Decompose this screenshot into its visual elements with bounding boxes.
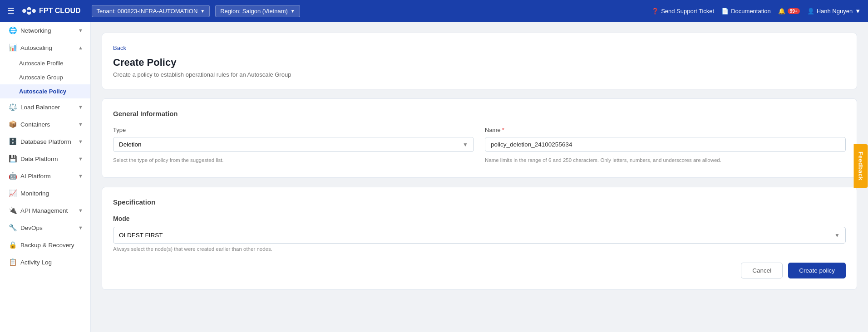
devops-chevron-icon: ▼ <box>78 225 83 230</box>
docs-icon: 📄 <box>721 8 729 15</box>
docs-label: Documentation <box>731 8 770 15</box>
support-label: Send Support Ticket <box>661 8 714 15</box>
mode-hint: Always select the node(s) that were crea… <box>113 246 846 252</box>
page-header-card: Back Create Policy Create a policy to es… <box>102 33 857 89</box>
containers-chevron-icon: ▼ <box>78 122 83 127</box>
topnav-right: ❓ Send Support Ticket 📄 Documentation 🔔 … <box>651 8 861 15</box>
app-layout: 🌐 Networking ▼ 📊 Autoscaling ▲ Autoscale… <box>0 22 868 332</box>
sidebar-item-monitoring[interactable]: 📈 Monitoring <box>0 185 90 202</box>
logo-icon <box>22 6 36 15</box>
type-label: Type <box>113 127 474 133</box>
logo-text: FPT CLOUD <box>39 7 81 15</box>
sidebar-item-activity-log[interactable]: 📋 Activity Log <box>0 254 90 271</box>
svg-point-4 <box>28 10 30 12</box>
type-select[interactable]: Deletion Scale Up Scale Down <box>113 137 473 151</box>
svg-point-0 <box>22 9 26 13</box>
mode-select[interactable]: OLDEST FIRST NEWEST FIRST RANDOM <box>113 227 845 243</box>
page-title: Create Policy <box>113 57 846 68</box>
general-info-title: General Information <box>113 110 846 117</box>
sidebar-item-backup-recovery-label: Backup & Recovery <box>20 242 83 249</box>
sidebar-item-api-management[interactable]: 🔌 API Management ▼ <box>0 202 90 219</box>
name-label: Name* <box>485 127 846 133</box>
type-select-wrapper: Deletion Scale Up Scale Down ▼ <box>113 137 474 152</box>
back-link[interactable]: Back <box>113 44 126 51</box>
user-label: Hanh Nguyen <box>817 8 853 15</box>
monitoring-icon: 📈 <box>9 189 17 197</box>
sidebar-item-networking-label: Networking <box>20 27 74 34</box>
name-input[interactable] <box>485 137 846 152</box>
sidebar-item-load-balancer-label: Load Balancer <box>20 104 74 111</box>
sidebar-item-database-platform-label: Database Platform <box>20 138 74 145</box>
cancel-button[interactable]: Cancel <box>741 263 783 278</box>
sidebar-item-autoscale-profile[interactable]: Autoscale Profile <box>0 56 90 70</box>
database-platform-icon: 🗄️ <box>9 137 17 146</box>
sidebar-item-data-platform[interactable]: 💾 Data Platform ▼ <box>0 150 90 167</box>
user-icon: 👤 <box>807 8 814 15</box>
feedback-tab[interactable]: Feedback <box>854 144 868 188</box>
user-menu[interactable]: 👤 Hanh Nguyen ▼ <box>807 8 861 15</box>
ai-platform-chevron-icon: ▼ <box>78 173 83 179</box>
sidebar-item-activity-log-label: Activity Log <box>20 259 83 266</box>
sidebar-item-containers-label: Containers <box>20 121 74 128</box>
form-actions: Cancel Create policy <box>113 263 846 278</box>
svg-point-2 <box>32 9 36 13</box>
sidebar-item-backup-recovery[interactable]: 🔒 Backup & Recovery <box>0 236 90 254</box>
sidebar-item-devops[interactable]: 🔧 DevOps ▼ <box>0 219 90 236</box>
page-subtitle: Create a policy to establish operational… <box>113 71 846 78</box>
support-link[interactable]: ❓ Send Support Ticket <box>651 8 714 15</box>
tenant-chevron-icon: ▼ <box>200 9 205 14</box>
database-platform-chevron-icon: ▼ <box>78 139 83 144</box>
create-policy-button[interactable]: Create policy <box>788 263 846 278</box>
region-dropdown[interactable]: Region: Saigon (Vietnam) ▼ <box>215 5 300 17</box>
autoscaling-icon: 📊 <box>9 44 17 52</box>
sidebar-item-containers[interactable]: 📦 Containers ▼ <box>0 116 90 133</box>
mode-select-wrapper: OLDEST FIRST NEWEST FIRST RANDOM ▼ <box>113 227 846 244</box>
logo: FPT CLOUD <box>22 6 81 15</box>
type-name-row: Type Deletion Scale Up Scale Down ▼ Sele… <box>113 127 846 163</box>
sidebar-item-autoscaling-label: Autoscaling <box>20 44 74 51</box>
sidebar-item-load-balancer[interactable]: ⚖️ Load Balancer ▼ <box>0 98 90 116</box>
sidebar-item-monitoring-label: Monitoring <box>20 190 83 197</box>
sidebar-item-autoscale-group[interactable]: Autoscale Group <box>0 70 90 84</box>
tenant-dropdown[interactable]: Tenant: 000823-INFRA-AUTOMATION ▼ <box>92 5 210 17</box>
containers-icon: 📦 <box>9 120 17 128</box>
support-icon: ❓ <box>651 8 659 15</box>
ai-platform-icon: 🤖 <box>9 172 17 180</box>
load-balancer-chevron-icon: ▼ <box>78 104 83 110</box>
activity-log-icon: 📋 <box>9 258 17 266</box>
devops-icon: 🔧 <box>9 224 17 232</box>
sidebar-item-autoscale-policy[interactable]: Autoscale Policy <box>0 84 90 98</box>
autoscale-policy-label: Autoscale Policy <box>19 88 66 95</box>
data-platform-icon: 💾 <box>9 155 17 163</box>
docs-link[interactable]: 📄 Documentation <box>721 8 770 15</box>
bell-icon: 🔔 <box>778 8 785 15</box>
load-balancer-icon: ⚖️ <box>9 103 17 111</box>
specification-card: Specification Mode OLDEST FIRST NEWEST F… <box>102 187 857 290</box>
region-chevron-icon: ▼ <box>291 9 295 14</box>
autoscaling-chevron-icon: ▲ <box>78 45 83 50</box>
sidebar-item-database-platform[interactable]: 🗄️ Database Platform ▼ <box>0 133 90 150</box>
user-chevron-icon: ▼ <box>855 8 861 15</box>
sidebar-item-autoscaling[interactable]: 📊 Autoscaling ▲ <box>0 39 90 56</box>
notification-badge: 99+ <box>788 8 800 14</box>
data-platform-chevron-icon: ▼ <box>78 156 83 161</box>
sidebar-item-networking[interactable]: 🌐 Networking ▼ <box>0 22 90 39</box>
autoscale-profile-label: Autoscale Profile <box>19 60 64 67</box>
mode-section: Mode OLDEST FIRST NEWEST FIRST RANDOM ▼ … <box>113 215 846 252</box>
type-hint: Select the type of policy from the sugge… <box>113 157 474 163</box>
specification-title: Specification <box>113 198 846 206</box>
api-management-chevron-icon: ▼ <box>78 208 83 213</box>
type-field-group: Type Deletion Scale Up Scale Down ▼ Sele… <box>113 127 474 163</box>
main-content: Back Create Policy Create a policy to es… <box>91 22 868 332</box>
sidebar-item-api-management-label: API Management <box>20 207 74 214</box>
networking-icon: 🌐 <box>9 26 17 34</box>
networking-chevron-icon: ▼ <box>78 28 83 33</box>
name-hint: Name limits in the range of 6 and 250 ch… <box>485 157 846 163</box>
notifications[interactable]: 🔔 99+ <box>778 8 800 15</box>
tenant-label: Tenant: 000823-INFRA-AUTOMATION <box>97 8 198 15</box>
menu-icon[interactable]: ☰ <box>7 6 15 16</box>
sidebar: 🌐 Networking ▼ 📊 Autoscaling ▲ Autoscale… <box>0 22 91 332</box>
sidebar-item-ai-platform[interactable]: 🤖 AI Platform ▼ <box>0 167 90 185</box>
api-management-icon: 🔌 <box>9 206 17 215</box>
sidebar-item-data-platform-label: Data Platform <box>20 156 74 162</box>
